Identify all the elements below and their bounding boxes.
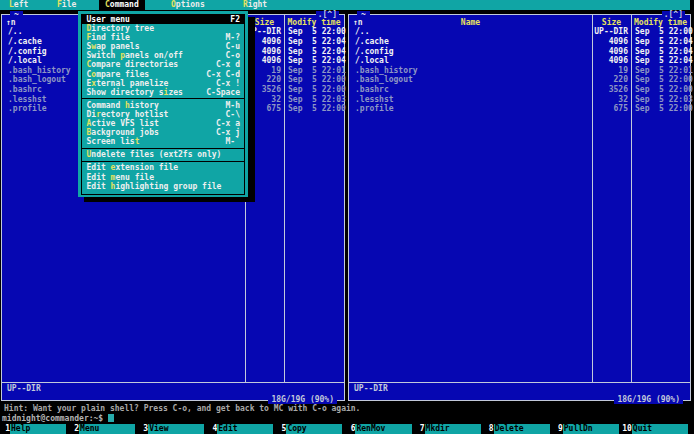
- file-mtime: Sep 5 22:04: [635, 47, 693, 57]
- menu-shadow: [84, 197, 255, 202]
- menu-item-edit-highlighting-group-file[interactable]: Edit highlighting group file: [82, 182, 245, 191]
- prompt-text: midnight@commander:~$: [2, 414, 103, 423]
- menu-item-compare-directories[interactable]: Compare directoriesC-x d: [82, 60, 245, 69]
- command-prompt[interactable]: midnight@commander:~$: [2, 414, 114, 424]
- fkey-6-renmov[interactable]: 6RenMov: [345, 424, 414, 434]
- file-size: UP--DIR: [528, 27, 628, 37]
- menu-item-undelete-files-ext2fs-only[interactable]: Undelete files (ext2fs only): [82, 150, 245, 159]
- file-mtime: Sep 5 22:04: [288, 47, 346, 57]
- fkey-number: 1: [0, 424, 10, 434]
- hotkey-letter: m: [111, 173, 116, 182]
- menu-item-label: Swap panels: [87, 42, 226, 51]
- file-row-bash-history[interactable]: .bash_history19Sep 5 22:01: [350, 66, 689, 76]
- fkey-10-quit[interactable]: 10Quit: [622, 424, 691, 434]
- menu-item-command-history[interactable]: Command historyM-h: [82, 101, 245, 110]
- file-row-[interactable]: /..UP--DIRSep 5 22:00: [350, 27, 689, 37]
- menu-item-label: Background jobs: [87, 128, 216, 137]
- fkey-label: PullDn: [563, 424, 619, 434]
- fkey-3-view[interactable]: 3View: [138, 424, 207, 434]
- menu-item-show-directory-sizes[interactable]: Show directory sizesC-Space: [82, 88, 245, 97]
- file-size: 4096: [528, 56, 628, 66]
- ministatus-separator: [2, 382, 344, 383]
- fkey-number: 3: [138, 424, 148, 434]
- menu-item-label: Compare directories: [87, 60, 216, 69]
- file-mtime: Sep 5 22:03: [635, 95, 693, 105]
- menu-item-directory-hotlist[interactable]: Directory hotlistC-\: [82, 110, 245, 119]
- menu-item-shortcut: C-x a: [216, 119, 240, 128]
- menu-item-shortcut: C-x C-d: [206, 70, 240, 79]
- menu-item-edit-menu-file[interactable]: Edit menu file: [82, 173, 245, 182]
- ministatus-separator: [349, 382, 690, 383]
- text-cursor: [108, 414, 114, 423]
- menubar-item-file[interactable]: File: [51, 0, 82, 10]
- hint-line: Hint: Want your plain shell? Press C-o, …: [4, 404, 360, 414]
- file-row-lesshst[interactable]: .lesshst32Sep 5 22:03: [350, 95, 689, 105]
- hotkey-letter: L: [9, 0, 14, 9]
- file-row-config[interactable]: /.config4096Sep 5 22:04: [350, 47, 689, 57]
- file-name: /.local: [355, 56, 389, 66]
- menu-item-background-jobs[interactable]: Background jobsC-x j: [82, 128, 245, 137]
- file-size: 4096: [528, 47, 628, 57]
- fkey-9-pulldn[interactable]: 9PullDn: [553, 424, 622, 434]
- panel-updir-marker[interactable]: .[^]: [662, 11, 685, 19]
- fkey-label: Help: [10, 424, 66, 434]
- fkey-8-delete[interactable]: 8Delete: [484, 424, 553, 434]
- file-name: .bash_history: [8, 66, 71, 76]
- free-space: 18G/19G (90%): [268, 396, 337, 404]
- file-mtime: Sep 5 22:04: [288, 37, 346, 47]
- menu-item-compare-files[interactable]: Compare filesC-x C-d: [82, 70, 245, 79]
- file-row-cache[interactable]: /.cache4096Sep 5 22:04: [350, 37, 689, 47]
- menu-item-user-menu[interactable]: User menuF2: [82, 15, 245, 24]
- file-name: /.cache: [8, 37, 42, 47]
- file-mtime: Sep 5 22:01: [288, 66, 346, 76]
- fkey-label: View: [148, 424, 204, 434]
- file-row-profile[interactable]: .profile675Sep 5 22:00: [350, 104, 689, 114]
- panel-path: ~: [10, 11, 23, 19]
- menu-item-label: Undelete files (ext2fs only): [87, 150, 241, 159]
- menu-item-active-vfs-list[interactable]: Active VFS listC-x a: [82, 119, 245, 128]
- hotkey-letter: B: [87, 128, 92, 137]
- fkey-label: Menu: [79, 424, 135, 434]
- hotkey-letter: i: [164, 88, 169, 97]
- menu-item-shortcut: M-`: [226, 137, 240, 146]
- menubar-item-options[interactable]: Options: [165, 0, 211, 10]
- menu-item-directory-tree[interactable]: Directory tree: [82, 24, 245, 33]
- menu-item-label: Directory tree: [87, 24, 241, 33]
- hotkey-letter: o: [91, 70, 96, 79]
- fkey-number: 8: [484, 424, 494, 434]
- hotkey-letter: t: [135, 137, 140, 146]
- fkey-4-edit[interactable]: 4Edit: [207, 424, 276, 434]
- file-row-bashrc[interactable]: .bashrc3526Sep 5 22:00: [350, 85, 689, 95]
- menubar-item-command[interactable]: Command: [99, 0, 145, 10]
- fkey-1-help[interactable]: 1Help: [0, 424, 69, 434]
- file-name: .bash_logout: [355, 75, 413, 85]
- menu-item-find-file[interactable]: Find fileM-?: [82, 33, 245, 42]
- menu-item-edit-extension-file[interactable]: Edit extension file: [82, 163, 245, 172]
- fkey-7-mkdir[interactable]: 7Mkdir: [415, 424, 484, 434]
- menu-item-external-panelize[interactable]: External panelizeC-x !: [82, 79, 245, 88]
- menu-item-shortcut: M-?: [226, 33, 240, 42]
- menubar-item-right[interactable]: Right: [237, 0, 273, 10]
- menu-item-screen-list[interactable]: Screen listM-`: [82, 137, 245, 146]
- hotkey-letter: r: [96, 110, 101, 119]
- hotkey-letter: F: [57, 0, 62, 9]
- file-size: 220: [528, 75, 628, 85]
- fkey-number: 6: [345, 424, 355, 434]
- fkey-5-copy[interactable]: 5Copy: [276, 424, 345, 434]
- hotkey-letter: A: [87, 119, 92, 128]
- fkey-2-menu[interactable]: 2Menu: [69, 424, 138, 434]
- file-row-bash-logout[interactable]: .bash_logout220Sep 5 22:00: [350, 75, 689, 85]
- file-row-local[interactable]: /.local4096Sep 5 22:04: [350, 56, 689, 66]
- panel-updir-marker[interactable]: .[^]: [316, 11, 339, 19]
- menu-item-label: Show directory sizes: [87, 88, 207, 97]
- fkey-label: RenMov: [355, 424, 411, 434]
- file-name: .bash_history: [355, 66, 418, 76]
- menu-item-swap-panels[interactable]: Swap panelsC-u: [82, 42, 245, 51]
- menubar-item-left[interactable]: Left: [3, 0, 34, 10]
- file-size: 19: [528, 66, 628, 76]
- fkey-number: 5: [276, 424, 286, 434]
- fkey-number: 7: [415, 424, 425, 434]
- file-name: /..: [8, 27, 22, 37]
- file-name: /..: [355, 27, 369, 37]
- menu-item-label: Edit highlighting group file: [87, 182, 241, 191]
